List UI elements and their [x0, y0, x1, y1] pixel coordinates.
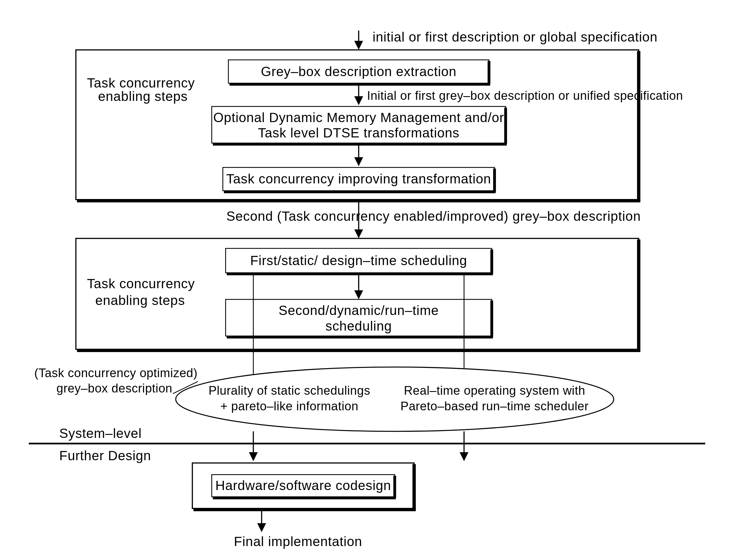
label-second-sched1: Second/dynamic/run–time: [278, 303, 439, 318]
label-ellipse-left2: + pareto–like information: [220, 399, 358, 413]
box-hw-codesign: Hardware/software codesign: [212, 475, 396, 498]
box-first-scheduling: First/static/ design–time scheduling: [226, 248, 493, 274]
label-enabling-2a: Task concurrency: [87, 276, 195, 291]
box-second-scheduling: Second/dynamic/run–time scheduling: [226, 299, 493, 337]
label-enabling-1a: Task concurrency: [87, 76, 195, 90]
label-further-design: Further Design: [59, 448, 151, 463]
label-hw-codesign: Hardware/software codesign: [215, 478, 391, 493]
label-tco2: grey–box description: [57, 381, 173, 395]
label-enabling-1b: enabling steps: [98, 89, 188, 104]
label-ellipse-right2: Pareto–based run–time scheduler: [400, 399, 588, 413]
box-tci-transformation: Task concurrency improving transformatio…: [223, 168, 496, 192]
label-opt2: Task level DTSE transformations: [258, 125, 459, 140]
label-second-sched2: scheduling: [326, 319, 392, 333]
label-ellipse-left1: Plurality of static schedulings: [209, 384, 370, 397]
label-tco1: (Task concurrency optimized): [34, 366, 198, 380]
box-optional-dmm: Optional Dynamic Memory Management and/o…: [212, 106, 507, 144]
label-enabling-2b: enabling steps: [95, 293, 185, 308]
label-initial-greybox: Initial or first grey–box description or…: [367, 89, 683, 102]
label-system-level: System–level: [59, 426, 142, 441]
ellipse-outputs: Plurality of static schedulings + pareto…: [176, 367, 614, 431]
label-second-desc: Second (Task concurrency enabled/improve…: [226, 209, 641, 224]
label-opt1: Optional Dynamic Memory Management and/o…: [213, 110, 504, 125]
label-final-impl: Final implementation: [234, 534, 362, 549]
label-ellipse-right1: Real–time operating system with: [404, 384, 585, 397]
flow-diagram: initial or first description or global s…: [0, 0, 734, 560]
label-tci: Task concurrency improving transformatio…: [226, 171, 491, 186]
box-greybox-extraction: Grey–box description extraction: [228, 60, 490, 84]
label-greybox-extraction: Grey–box description extraction: [261, 64, 457, 79]
label-first-sched: First/static/ design–time scheduling: [250, 253, 467, 268]
label-initial-desc: initial or first description or global s…: [372, 30, 657, 44]
